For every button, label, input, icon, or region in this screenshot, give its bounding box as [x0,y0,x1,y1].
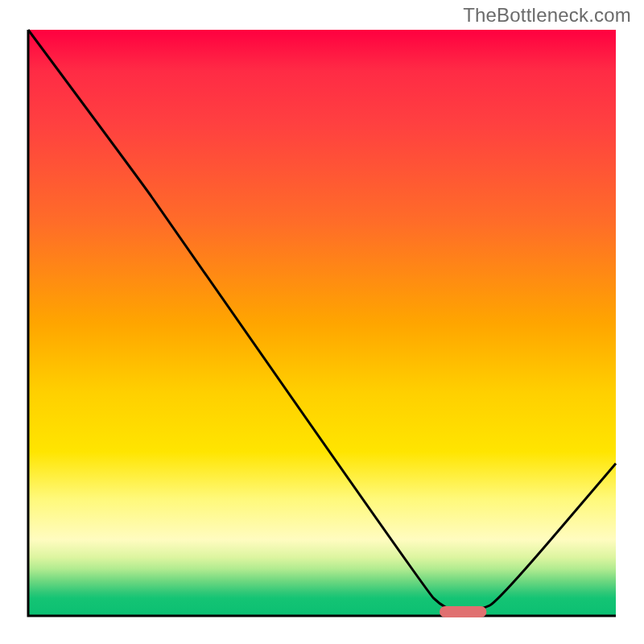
bottleneck-curve [28,30,616,610]
axes [28,30,616,616]
watermark-text: TheBottleneck.com [463,4,631,27]
chart-svg [0,0,644,644]
optimal-region-marker [440,606,486,617]
